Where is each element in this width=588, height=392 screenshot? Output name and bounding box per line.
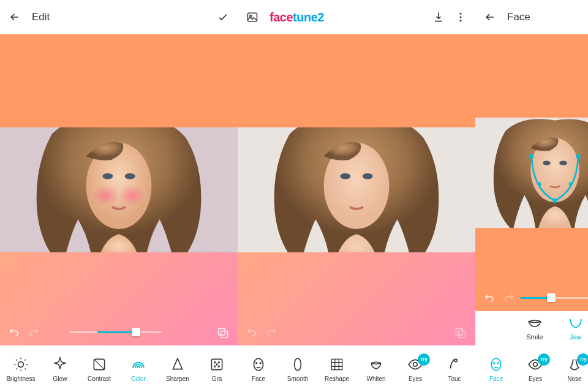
svg-point-14: [218, 366, 219, 367]
svg-rect-7: [221, 331, 228, 337]
svg-point-3: [119, 186, 146, 206]
tool-color[interactable]: Color: [121, 356, 156, 382]
svg-point-13: [214, 366, 216, 367]
sharpen-icon: [169, 356, 186, 373]
smooth-icon: [289, 356, 306, 373]
main-toolbar: FaceSmoothReshapeWhitenEyesTryTouc: [238, 345, 475, 392]
undo-icon[interactable]: [246, 326, 258, 338]
tool-sharpen[interactable]: Sharpen: [160, 356, 195, 382]
canvas-controls: [475, 292, 588, 304]
tool-eyes[interactable]: EyesTry: [398, 356, 432, 382]
canvas-controls: [0, 326, 238, 338]
try-badge: Try: [418, 353, 430, 366]
color-icon: [130, 356, 147, 373]
tool-label: Touc: [448, 375, 461, 382]
svg-point-46: [497, 362, 499, 363]
svg-point-36: [559, 160, 567, 165]
svg-rect-6: [219, 328, 225, 335]
reshape-icon: [328, 356, 345, 373]
brightness-icon: [12, 356, 29, 373]
topbar: Face: [475, 0, 588, 34]
subtool-jaw[interactable]: Jaw: [568, 317, 584, 341]
bg-top: [475, 34, 588, 118]
tool-label: Gra: [212, 375, 222, 382]
tool-brightness[interactable]: Brightness: [4, 356, 38, 382]
svg-point-45: [494, 362, 495, 363]
tool-label: Glow: [53, 375, 67, 382]
svg-point-31: [413, 362, 418, 366]
try-badge: Try: [538, 353, 550, 366]
tool-smooth[interactable]: Smooth: [281, 356, 315, 382]
tool-face[interactable]: Face: [241, 356, 276, 382]
confirm-check-icon[interactable]: [217, 11, 229, 23]
tool-nose[interactable]: NoseTry: [557, 356, 588, 382]
svg-rect-30: [331, 359, 342, 369]
tool-label: Whiten: [366, 375, 385, 382]
svg-point-19: [460, 17, 462, 18]
topbar: facetune2: [238, 0, 475, 34]
compare-icon[interactable]: [454, 326, 467, 338]
tool-label: Nose: [567, 375, 581, 382]
tool-glow[interactable]: Glow: [43, 356, 77, 382]
tool-whiten[interactable]: Whiten: [359, 356, 393, 382]
undo-icon[interactable]: [484, 292, 496, 304]
subtool-label: Jaw: [570, 333, 582, 341]
tool-label: Eyes: [409, 375, 422, 382]
undo-icon[interactable]: [9, 326, 21, 338]
redo-icon[interactable]: [265, 326, 277, 338]
tool-touch[interactable]: Touc: [437, 356, 472, 382]
svg-point-18: [460, 13, 462, 15]
tool-grain[interactable]: Gra: [200, 356, 234, 382]
app-logo: facetune2: [270, 10, 324, 24]
image-icon[interactable]: [246, 11, 258, 23]
svg-point-39: [552, 198, 557, 203]
back-arrow-icon[interactable]: [9, 11, 21, 23]
bg-top: [238, 34, 475, 127]
intensity-slider[interactable]: [70, 331, 162, 333]
download-icon[interactable]: [432, 11, 445, 23]
portrait-image: [238, 127, 475, 252]
tool-contrast[interactable]: Contrast: [82, 356, 116, 382]
whiten-icon: [368, 356, 385, 373]
more-vertical-icon[interactable]: [454, 11, 467, 23]
redo-icon[interactable]: [27, 326, 39, 338]
grain-icon: [208, 356, 225, 373]
tool-reshape[interactable]: Reshape: [320, 356, 354, 382]
svg-point-23: [340, 173, 350, 179]
tool-eyes[interactable]: EyesTry: [518, 356, 552, 382]
svg-point-11: [214, 361, 216, 363]
svg-point-29: [260, 362, 261, 363]
svg-point-5: [125, 173, 135, 179]
tool-label: Color: [131, 375, 146, 382]
touch-icon: [446, 356, 463, 373]
face-icon: [250, 356, 267, 373]
tool-face[interactable]: Face: [479, 356, 513, 382]
svg-point-44: [491, 358, 500, 371]
compare-icon[interactable]: [217, 326, 229, 338]
svg-point-35: [543, 160, 551, 165]
image-canvas[interactable]: [475, 34, 588, 311]
tool-label: Smooth: [287, 375, 308, 382]
edit-toolbar: BrightnessGlowContrastColorSharpenGra: [0, 345, 238, 392]
image-canvas[interactable]: [238, 34, 475, 345]
subtool-smile[interactable]: Smile: [526, 317, 543, 341]
svg-point-20: [460, 20, 462, 21]
svg-point-8: [18, 361, 24, 367]
svg-point-27: [254, 358, 263, 371]
svg-rect-16: [248, 13, 257, 21]
tool-label: Brightness: [6, 375, 35, 382]
jaw-icon: [568, 317, 584, 331]
try-badge: Try: [577, 353, 588, 366]
image-canvas[interactable]: [0, 34, 238, 345]
svg-point-38: [576, 154, 580, 158]
back-arrow-icon[interactable]: [484, 11, 496, 23]
glow-icon: [51, 356, 69, 373]
portrait-image: [475, 118, 588, 228]
bg-top: [0, 34, 238, 127]
redo-icon[interactable]: [502, 292, 514, 304]
svg-point-28: [256, 362, 257, 363]
page-title: Face: [507, 11, 530, 23]
intensity-slider[interactable]: [521, 297, 588, 299]
svg-point-24: [363, 173, 373, 179]
canvas-controls: [238, 326, 475, 338]
